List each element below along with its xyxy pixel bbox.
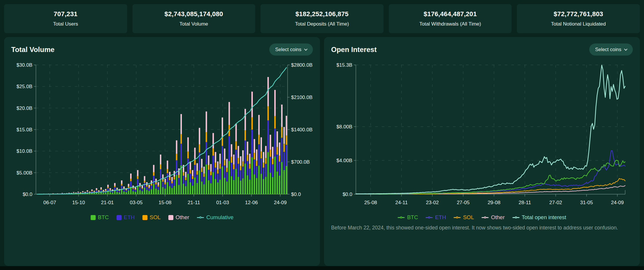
svg-text:21-11: 21-11 [187,200,200,205]
stat-label: Total Notional Liquidated [551,21,606,27]
svg-text:$2800.0B: $2800.0B [291,62,313,68]
stacked-bars [36,77,287,194]
chart-panel-open-interest: Open Interest Select coins $0.0$4.00B$8.… [324,37,640,266]
legend-item-btc[interactable]: BTC [91,214,109,221]
legend-item-other[interactable]: Other [168,214,189,221]
svg-text:$5.00B: $5.00B [16,170,32,176]
series-line-eth [356,151,625,194]
chevron-down-icon [624,47,627,51]
legend-label: ETH [124,214,135,221]
stat-value: $182,252,106,875 [296,10,349,18]
svg-text:31-05: 31-05 [580,200,593,205]
svg-text:15-08: 15-08 [159,200,171,205]
panel-header: Total Volume Select coins [11,43,313,56]
svg-text:24-09: 24-09 [611,200,624,205]
cumulative-line [37,68,286,194]
open-interest-legend: BTCETHSOLOtherTotal open interest [331,214,633,221]
total-volume-legend: BTCETHSOLOtherCumulative [11,214,313,221]
svg-text:27-02: 27-02 [549,200,562,205]
legend-item-sol[interactable]: SOL [454,214,474,221]
stat-card-total-notional-liquidated: $72,772,761,803 Total Notional Liquidate… [517,4,640,33]
legend-label: Other [176,214,189,221]
svg-text:$15.0B: $15.0B [16,127,32,133]
open-interest-chart[interactable]: $0.0$4.00B$8.00B$15.3B25-0824-1123-0227-… [331,60,633,213]
legend-item-cumulative[interactable]: Cumulative [197,214,234,221]
legend-line-marker-icon [482,217,489,218]
select-coins-button[interactable]: Select coins [269,43,313,56]
select-coins-button[interactable]: Select coins [589,43,633,56]
svg-text:$30.0B: $30.0B [16,62,32,68]
svg-text:$700.0B: $700.0B [291,159,310,165]
svg-text:$25.0B: $25.0B [16,84,32,89]
legend-label: SOL [463,214,474,221]
legend-line-marker-icon [398,217,405,218]
stat-card-total-deposits: $182,252,106,875 Total Deposits (All Tim… [260,4,384,33]
svg-text:24-11: 24-11 [395,200,408,205]
legend-label: ETH [435,214,446,221]
svg-text:23-02: 23-02 [426,200,439,205]
legend-label: Cumulative [206,214,234,221]
svg-text:$0.0: $0.0 [291,192,301,197]
series-line-btc [356,160,625,194]
legend-item-eth[interactable]: ETH [426,214,446,221]
svg-text:21-01: 21-01 [101,200,114,205]
stat-card-total-withdrawals: $176,464,487,201 Total Withdrawals (All … [389,4,512,33]
stat-value: $176,464,487,201 [424,10,477,18]
select-coins-label: Select coins [595,47,621,52]
svg-text:29-08: 29-08 [488,200,500,205]
legend-label: BTC [98,214,109,221]
stat-value: $2,743,085,174,080 [165,10,223,18]
total-volume-chart[interactable]: $0.0$5.00B$10.0B$15.0B$20.0B$25.0B$30.0B… [11,60,320,213]
legend-item-sol[interactable]: SOL [142,214,161,221]
legend-swatch-icon [168,215,173,220]
svg-text:03-05: 03-05 [130,200,142,205]
chevron-down-icon [304,47,307,51]
panel-header: Open Interest Select coins [331,43,633,56]
bottom-bar [0,266,644,270]
svg-text:25-08: 25-08 [364,200,377,205]
legend-swatch-icon [142,215,147,220]
legend-label: SOL [150,214,161,221]
stat-label: Total Deposits (All Time) [295,21,349,27]
stat-value: 707,231 [54,10,77,18]
legend-line-marker-icon [454,217,461,218]
svg-text:$4.00B: $4.00B [336,158,352,163]
svg-text:$0.0: $0.0 [23,192,32,197]
svg-text:12-06: 12-06 [245,200,258,205]
legend-label: Other [491,214,504,221]
legend-line-marker-icon [197,217,204,218]
chart-panel-total-volume: Total Volume Select coins $0.0$5.00B$10.… [4,37,320,266]
stat-card-total-volume: $2,743,085,174,080 Total Volume [132,4,255,33]
svg-text:$20.0B: $20.0B [16,105,32,111]
stat-label: Total Withdrawals (All Time) [419,21,481,27]
svg-text:$8.00B: $8.00B [336,124,352,130]
legend-label: BTC [407,214,418,221]
legend-swatch-icon [117,215,122,220]
legend-item-total-open-interest[interactable]: Total open interest [512,214,566,221]
stat-label: Total Users [53,21,78,27]
stat-value: $72,772,761,803 [554,10,603,18]
open-interest-note: Before March 22, 2024, this showed one-s… [331,224,628,232]
charts-row: Total Volume Select coins $0.0$5.00B$10.… [4,37,640,266]
svg-text:15-10: 15-10 [72,200,85,205]
stat-label: Total Volume [180,21,208,27]
legend-swatch-icon [91,215,96,220]
svg-text:01-03: 01-03 [216,200,229,205]
gridlines [356,65,625,194]
axes: $0.0$4.00B$8.00B$15.3B25-0824-1123-0227-… [336,62,625,205]
legend-line-marker-icon [426,217,433,218]
stat-card-total-users: 707,231 Total Users [4,4,127,33]
svg-text:$15.3B: $15.3B [336,62,352,68]
legend-item-btc[interactable]: BTC [398,214,418,221]
svg-text:$2100.0B: $2100.0B [291,95,313,100]
legend-item-eth[interactable]: ETH [117,214,135,221]
svg-text:28-11: 28-11 [519,200,531,205]
legend-item-other[interactable]: Other [482,214,504,221]
legend-line-marker-icon [512,217,519,218]
select-coins-label: Select coins [275,47,301,52]
svg-text:$1400.0B: $1400.0B [291,127,313,133]
svg-text:$10.0B: $10.0B [16,148,32,154]
svg-text:$0.0: $0.0 [343,192,352,197]
svg-text:27-05: 27-05 [457,200,469,205]
svg-text:24-09: 24-09 [274,200,286,205]
